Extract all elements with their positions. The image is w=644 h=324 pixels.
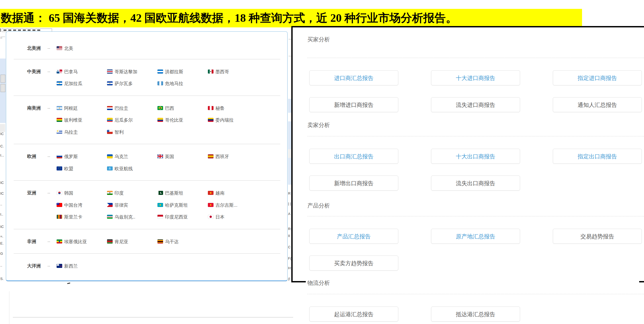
- country-item[interactable]: 智利: [107, 126, 157, 138]
- country-item[interactable]: 巴西: [157, 102, 208, 114]
- country-item[interactable]: 欧盟: [57, 163, 107, 175]
- country-label: 委内瑞拉: [215, 118, 234, 123]
- country-label: 乌干达: [165, 239, 179, 244]
- report-button[interactable]: 产品汇总报告: [309, 229, 398, 244]
- report-section-seller-analysis: 卖家分析 出口商汇总报告 十大出口商报告 指定出口商报告 新增出口商报告: [307, 121, 644, 191]
- country-item[interactable]: 危地马拉: [157, 78, 208, 90]
- report-button[interactable]: 指定进口商报告: [553, 70, 642, 85]
- country-item[interactable]: 秘鲁: [208, 102, 258, 114]
- report-button[interactable]: 交易趋势报告: [553, 229, 642, 244]
- country-label: 智利: [115, 129, 124, 134]
- country-flag-icon: [107, 106, 113, 110]
- country-flag-icon: [57, 81, 62, 85]
- country-flag-icon: [107, 70, 113, 74]
- annotation-border-bottom-left: [291, 281, 306, 282]
- country-label: 危地马拉: [165, 81, 183, 86]
- country-item[interactable]: 埃塞俄比亚: [57, 236, 107, 248]
- country-label: 越南: [215, 191, 225, 196]
- report-button-label: 通知人汇总报告: [578, 102, 617, 108]
- country-item[interactable]: 委内瑞拉: [208, 114, 258, 126]
- report-button[interactable]: 出口商汇总报告: [309, 149, 398, 164]
- page-text-fragment: ..: [0, 264, 6, 267]
- country-flag-icon: [157, 215, 163, 219]
- country-flag-icon: [107, 215, 113, 219]
- country-region-dropdown: 北美洲 -- 北美 中美洲 -- 巴拿马 哥斯达黎加: [6, 31, 288, 281]
- country-list: 北美: [57, 42, 258, 54]
- country-item[interactable]: 英国: [157, 151, 208, 163]
- report-button-label: 流失进口商报告: [456, 102, 495, 108]
- report-button[interactable]: 十大出口商报告: [431, 149, 520, 164]
- section-title: 物流分析: [307, 279, 644, 287]
- report-button[interactable]: 流失出口商报告: [431, 176, 520, 191]
- country-flag-icon: [57, 264, 62, 268]
- country-item[interactable]: 乌克兰: [107, 151, 157, 163]
- report-button[interactable]: 起运港汇总报告: [309, 307, 398, 322]
- country-item[interactable]: 印度: [107, 187, 157, 199]
- country-label: 秘鲁: [215, 105, 225, 111]
- report-button[interactable]: 原产地汇总报告: [431, 229, 520, 244]
- report-button[interactable]: 十大进口商报告: [431, 70, 520, 85]
- country-item[interactable]: 斯里兰卡: [57, 211, 107, 223]
- dotted-divider: [307, 216, 644, 216]
- country-flag-icon: [157, 154, 163, 158]
- country-item[interactable]: 肯尼亚: [107, 236, 157, 248]
- country-item[interactable]: 玻利维亚: [57, 114, 107, 126]
- country-item[interactable]: 乌兹别克..: [107, 211, 157, 223]
- report-button[interactable]: 流失进口商报告: [431, 97, 520, 112]
- country-item[interactable]: 西班牙: [208, 151, 258, 163]
- country-item[interactable]: 巴拉圭: [107, 102, 157, 114]
- country-item[interactable]: 哥伦比亚: [157, 114, 208, 126]
- report-button[interactable]: 进口商汇总报告: [309, 70, 398, 85]
- country-item[interactable]: 阿根廷: [57, 102, 107, 114]
- country-item[interactable]: 越南: [208, 187, 258, 199]
- country-item[interactable]: 巴基斯坦: [157, 187, 208, 199]
- report-button[interactable]: 指定出口商报告: [553, 149, 642, 164]
- country-item[interactable]: 欧亚航线: [107, 163, 157, 175]
- country-item[interactable]: 北美: [57, 42, 107, 54]
- country-item[interactable]: 韩国: [57, 187, 107, 199]
- country-item[interactable]: 哈萨克斯坦: [157, 199, 208, 211]
- country-item[interactable]: 墨西哥: [208, 66, 258, 78]
- country-label: 西班牙: [215, 154, 229, 159]
- country-item[interactable]: 尼加拉瓜: [57, 78, 107, 90]
- country-flag-icon: [157, 191, 163, 195]
- report-button-label: 指定进口商报告: [578, 75, 617, 81]
- country-flag-icon: [208, 215, 214, 219]
- country-label: 菲律宾: [115, 202, 128, 207]
- page-text-fragment: I...: [0, 154, 6, 157]
- country-item[interactable]: 萨尔瓦多: [107, 78, 157, 90]
- country-label: 哈萨克斯坦: [165, 202, 188, 207]
- report-button[interactable]: 通知人汇总报告: [553, 97, 642, 112]
- report-button[interactable]: 新增进口商报告: [309, 97, 398, 112]
- country-flag-icon: [208, 203, 214, 207]
- page-text-fragment: IC: [0, 132, 6, 136]
- report-button[interactable]: 买卖方趋势报告: [309, 256, 398, 271]
- country-item[interactable]: 厄瓜多尔: [107, 114, 157, 126]
- report-button[interactable]: 抵达港汇总报告: [431, 307, 520, 322]
- country-list: 阿根廷 巴拉圭 巴西 秘鲁 玻利维亚 厄瓜多尔: [57, 102, 258, 138]
- country-flag-icon: [208, 106, 214, 110]
- country-item[interactable]: 乌干达: [157, 236, 208, 248]
- report-button-label: 指定出口商报告: [578, 153, 617, 159]
- continent-dashes: --: [47, 151, 57, 174]
- country-item[interactable]: 吉尔吉斯...: [208, 199, 258, 211]
- report-button[interactable]: 新增出口商报告: [309, 176, 398, 191]
- country-flag-icon: [57, 154, 62, 158]
- country-item[interactable]: 日本: [208, 211, 258, 223]
- dotted-divider: [307, 136, 644, 136]
- country-flag-icon: [157, 81, 163, 85]
- country-item[interactable]: 哥斯达黎加: [107, 66, 157, 78]
- country-item[interactable]: 菲律宾: [107, 199, 157, 211]
- report-button-label: 十大进口商报告: [456, 75, 495, 81]
- bg-small-box: [1, 84, 5, 92]
- country-item[interactable]: 中国台湾: [57, 199, 107, 211]
- page-text-fragment: E.: [0, 242, 6, 245]
- country-item[interactable]: 乌拉圭: [57, 126, 107, 138]
- country-flag-icon: [57, 70, 62, 74]
- country-item[interactable]: 新西兰: [57, 260, 107, 272]
- country-item[interactable]: 印度尼西亚: [157, 211, 208, 223]
- country-item[interactable]: 巴拿马: [57, 66, 107, 78]
- country-item[interactable]: 洪都拉斯: [157, 66, 208, 78]
- country-flag-icon: [157, 70, 163, 74]
- country-item[interactable]: 俄罗斯: [57, 151, 107, 163]
